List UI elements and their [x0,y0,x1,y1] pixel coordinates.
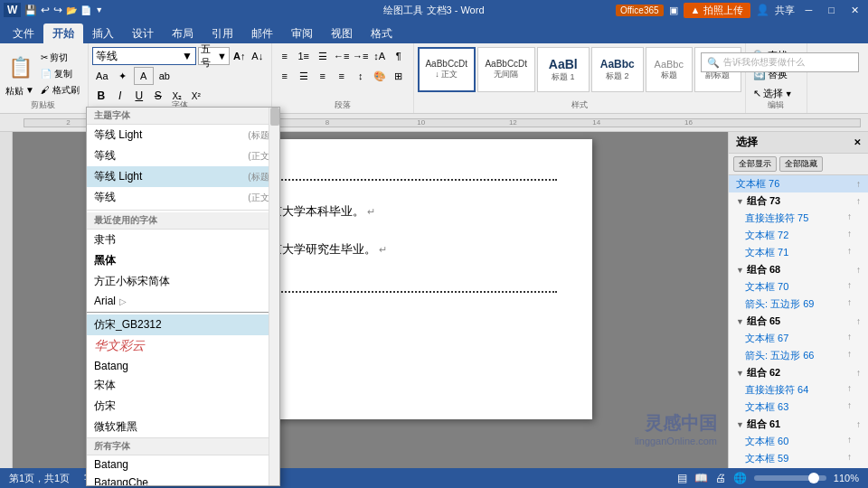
clear-format-btn[interactable]: ✦ [113,67,133,85]
font-item-songti[interactable]: 宋体 [87,375,279,396]
panel-sub-textbox72[interactable]: 文本框 72 ↑ [729,227,868,244]
shading-btn[interactable]: 🎨 [371,67,389,85]
font-size-box[interactable]: 五号 ▼ [198,47,230,65]
font-color-picker-btn[interactable]: A [134,67,154,85]
align-center-btn[interactable]: ☰ [295,67,313,85]
panel-sub-textbox71[interactable]: 文本框 71 ↑ [729,244,868,261]
font-grow-btn[interactable]: A↑ [231,48,248,64]
view-normal-icon[interactable]: ▤ [677,472,687,484]
format-painter-button[interactable]: 🖌 格式刷 [38,83,82,98]
panel-group-61[interactable]: ▼ 组合 61 ↑ [729,416,868,433]
quick-redo-icon[interactable]: ↪ [53,4,62,16]
search-bar[interactable]: 🔍 告诉我你想要做什么 [701,52,859,72]
quick-new-icon[interactable]: 📄 [80,5,91,15]
font-item-huawen-caiyun[interactable]: 华文彩云 [87,335,279,357]
borders-btn[interactable]: ⊞ [390,67,408,85]
font-item-lishu[interactable]: 隶书 [87,230,279,250]
style-heading1[interactable]: AaBl 标题 1 [537,47,590,92]
tab-format[interactable]: 格式 [362,23,401,43]
panel-sub-arrow66[interactable]: 箭头: 五边形 66 ↑ [729,347,868,364]
font-item-denxian-light-2[interactable]: 等线 Light (标题) [87,166,279,187]
font-shrink-btn[interactable]: A↓ [250,48,266,64]
bullets-btn[interactable]: ≡ [276,47,294,65]
panel-sub-textbox60[interactable]: 文本框 60 ↑ [729,433,868,450]
share-label[interactable]: 共享 [775,4,795,17]
font-dropdown-scrollbar[interactable] [269,108,279,485]
maximize-btn[interactable]: □ [823,5,840,15]
highlight-btn[interactable]: ab [155,67,175,85]
view-print-icon[interactable]: 🖨 [715,472,726,484]
paste-dropdown-icon[interactable]: ▼ [25,85,34,98]
expand-icon[interactable]: ▣ [669,5,678,16]
line-spacing-btn[interactable]: ↕ [352,67,370,85]
font-name-box[interactable]: 等线 ▼ [92,47,196,65]
panel-sub-textbox63[interactable]: 文本框 63 ↑ [729,399,868,416]
view-read-icon[interactable]: 📖 [694,472,708,484]
panel-group-68[interactable]: ▼ 组合 68 ↑ [729,261,868,278]
tab-insert[interactable]: 插入 [83,23,123,43]
show-marks-btn[interactable]: ¶ [390,47,408,65]
cut-button[interactable]: ✂剪切 [38,51,82,65]
tab-mailings[interactable]: 邮件 [242,23,282,43]
font-size-dropdown-icon[interactable]: ▼ [217,51,227,61]
panel-sub-textbox59[interactable]: 文本框 59 ↑ [729,450,868,467]
style-heading2[interactable]: AaBbc 标题 2 [591,47,644,92]
quick-open-icon[interactable]: 📂 [66,5,77,15]
close-btn[interactable]: ✕ [845,5,864,16]
align-left-btn[interactable]: ≡ [276,67,294,85]
style-heading[interactable]: AaBbc 标题 [646,47,693,92]
view-web-icon[interactable]: 🌐 [733,472,747,484]
tab-design[interactable]: 设计 [123,23,163,43]
font-item-arial[interactable]: Arial ▷ [87,292,279,310]
font-item-fangzheng[interactable]: 方正小标宋简体 [87,271,279,292]
hide-all-button[interactable]: 全部隐藏 [779,156,823,172]
panel-sub-connector75[interactable]: 直接连接符 75 ↑ [729,210,868,227]
tab-references[interactable]: 引用 [203,23,242,43]
font-item-msyahei[interactable]: 微软雅黑 [87,417,279,437]
decrease-indent-btn[interactable]: ←≡ [333,47,351,65]
panel-item-textbox76[interactable]: 文本框 76 ↑ [729,175,868,192]
panel-sub-connector64[interactable]: 直接连接符 64 ↑ [729,381,868,399]
dropdown-arrow-icon[interactable]: ▼ [95,5,103,14]
scrollbar-thumb[interactable] [270,108,279,126]
increase-indent-btn[interactable]: →≡ [352,47,370,65]
font-item-denxian-light-1[interactable]: 等线 Light (标题) [87,125,279,145]
outline-btn[interactable]: ☰ [314,47,332,65]
panel-sub-arrow69[interactable]: 箭头: 五边形 69 ↑ [729,296,868,313]
font-item-batang-1[interactable]: Batang [87,357,279,375]
user-icon[interactable]: 👤 [756,4,769,16]
right-panel-close-icon[interactable]: ✕ [854,137,861,147]
zoom-thumb[interactable] [808,473,819,483]
font-name-dropdown-icon[interactable]: ▼ [182,50,193,62]
upload-btn[interactable]: ▲ 拍照上传 [684,3,750,18]
font-item-denxian-2[interactable]: 等线 (正文) [87,187,279,208]
numbering-btn[interactable]: 1≡ [295,47,313,65]
tab-home[interactable]: 开始 [43,23,83,43]
show-all-button[interactable]: 全部显示 [733,156,777,172]
panel-sub-textbox70[interactable]: 文本框 70 ↑ [729,278,868,296]
font-item-batangche[interactable]: BatangChe [87,474,279,486]
paste-button[interactable]: 📋 [4,51,36,85]
style-zhengwen[interactable]: AaBbCcDt ↓ 正文 [418,47,476,92]
justify-btn[interactable]: ≡ [333,67,351,85]
quick-undo-icon[interactable]: ↩ [41,4,50,16]
zoom-slider[interactable] [754,475,826,481]
tab-review[interactable]: 审阅 [282,23,322,43]
zoom-level[interactable]: 110% [834,473,859,483]
font-item-fangsong-gb2312[interactable]: 仿宋_GB2312 [87,314,279,335]
align-right-btn[interactable]: ≡ [314,67,332,85]
panel-group-62[interactable]: ▼ 组合 62 ↑ [729,364,868,381]
panel-group-73[interactable]: ▼ 组合 73 ↑ [729,192,868,210]
tab-view[interactable]: 视图 [322,23,362,43]
font-item-batang-2[interactable]: Batang [87,455,279,474]
sort-btn[interactable]: ↕A [371,47,389,65]
font-item-fangsong[interactable]: 仿宋 [87,396,279,417]
minimize-btn[interactable]: ─ [800,5,818,15]
tab-layout[interactable]: 布局 [163,23,203,43]
tab-file[interactable]: 文件 [4,23,43,43]
font-item-denxian-1[interactable]: 等线 (正文) [87,145,279,166]
change-case-btn[interactable]: Aa [92,67,112,85]
panel-sub-textbox67[interactable]: 文本框 67 ↑ [729,330,868,347]
quick-save-icon[interactable]: 💾 [24,5,37,16]
panel-group-65[interactable]: ▼ 组合 65 ↑ [729,313,868,330]
